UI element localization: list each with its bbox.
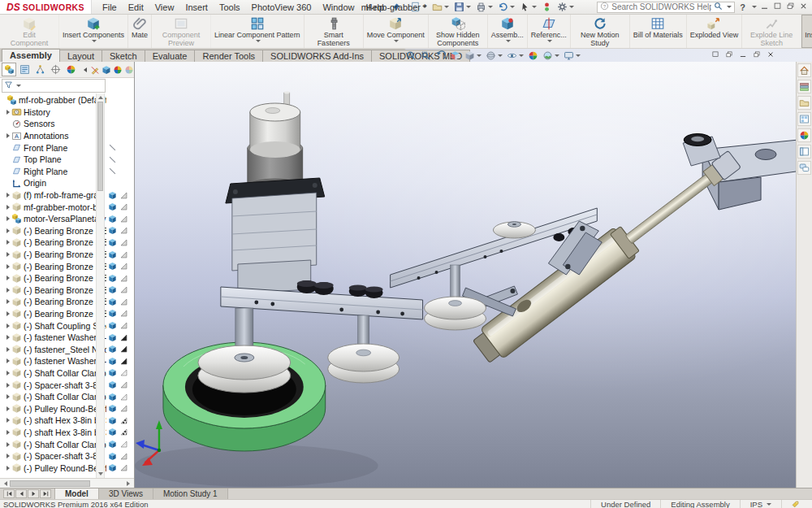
pin-icon[interactable]	[391, 2, 401, 12]
tree-item-bearing-bronze-3-8in-s[interactable]: (-) Bearing Bronze 3-8in s	[0, 284, 134, 297]
bill-of-materials-button[interactable]: Bill of Materials	[630, 15, 687, 48]
move-component-button[interactable]: Move Component	[364, 15, 429, 48]
save-icon[interactable]	[451, 1, 473, 14]
tree-item-history[interactable]: History	[0, 106, 134, 119]
edit-appearance-icon[interactable]	[525, 50, 540, 61]
expand-arrow-icon[interactable]	[6, 406, 10, 411]
scroll-left-arrow[interactable]	[4, 481, 7, 486]
print-icon[interactable]	[473, 1, 495, 14]
tree-item-f-mf-rob-frame-grab[interactable]: (f) mf-rob-frame-grab	[0, 189, 134, 202]
dropdown-caret[interactable]	[576, 54, 581, 57]
appearance-icon[interactable]	[119, 321, 128, 330]
expand-arrow-icon[interactable]	[6, 323, 10, 328]
tree-item-shaft-collar-clamping[interactable]: (-) Shaft Collar Clamping	[0, 367, 134, 380]
display-mode-icon[interactable]	[108, 238, 117, 247]
tree-item-fastener-washer-1-4in[interactable]: (-) fastener Washer 1-4in	[0, 332, 134, 344]
doc-cascade-icon[interactable]	[753, 50, 761, 60]
dropdown-caret[interactable]	[256, 40, 261, 42]
display-mode-icon[interactable]	[108, 440, 117, 449]
hidden-slash-icon[interactable]	[108, 143, 117, 152]
tree-item-right-plane[interactable]: Right Plane	[0, 166, 134, 178]
appearance-icon[interactable]	[119, 416, 128, 425]
prev-tab-icon[interactable]	[15, 489, 27, 498]
tree-item-annotations[interactable]: AAnnotations	[0, 130, 134, 142]
tp-props-icon[interactable]	[797, 145, 811, 158]
dropdown-caret[interactable]	[444, 6, 449, 8]
tree-item-top-plane[interactable]: Top Plane	[0, 154, 134, 166]
tree-item-origin[interactable]: Origin	[0, 177, 134, 189]
tab-assembly[interactable]: Assembly	[2, 49, 60, 62]
display-mode-icon[interactable]	[108, 333, 117, 342]
display-mode-icon[interactable]	[108, 226, 117, 235]
tree-item-shaft-collar-clamping[interactable]: (-) Shaft Collar Clamping	[0, 391, 134, 403]
scroll-right-arrow[interactable]	[127, 481, 130, 486]
display-mode-icon[interactable]	[108, 297, 117, 306]
search-input[interactable]	[611, 2, 711, 11]
appearance-icon[interactable]	[119, 297, 128, 306]
appearance-icon[interactable]	[119, 393, 128, 402]
display-mode-icon[interactable]	[108, 262, 117, 271]
tree-item-motor-versaplanetary-sin[interactable]: motor-VersaPlanetary Sin	[0, 213, 134, 225]
expand-arrow-icon[interactable]	[6, 430, 10, 435]
dropdown-caret[interactable]	[477, 54, 482, 57]
display-mode-icon[interactable]	[108, 368, 117, 377]
display-mode-icon[interactable]	[108, 321, 117, 330]
smart-fasteners-button[interactable]: Smart Fasteners	[304, 15, 364, 48]
select-arrow-icon[interactable]	[517, 1, 539, 14]
view-settings-icon[interactable]	[561, 50, 582, 61]
linear-component-pattern-button[interactable]: Linear Component Pattern	[211, 15, 304, 48]
menu-window[interactable]: Window	[317, 2, 360, 13]
tp-library-icon[interactable]	[797, 80, 811, 93]
tp-palette-icon[interactable]	[797, 112, 811, 126]
tree-item-bearing-bronze-3-8in-s[interactable]: (-) Bearing Bronze 3-8in s	[0, 296, 134, 308]
referenc-button[interactable]: Referenc...	[528, 15, 571, 48]
graphics-area[interactable]	[135, 62, 796, 488]
menu-edit[interactable]: Edit	[123, 2, 149, 13]
expand-arrow-icon[interactable]	[6, 276, 10, 280]
expand-arrow-icon[interactable]	[6, 335, 10, 340]
study-tab-3d-views[interactable]: 3D Views	[99, 488, 153, 499]
tree-item-front-plane[interactable]: Front Plane	[0, 141, 134, 154]
appearance-icon[interactable]	[119, 440, 128, 449]
tree-item-spacer-shaft-3-8in-by[interactable]: (-) Spacer-shaft 3-8in by	[0, 379, 134, 391]
appearance-icon[interactable]	[119, 380, 128, 389]
tag-icon[interactable]	[781, 500, 809, 508]
appearance-icon[interactable]	[119, 215, 128, 224]
expand-arrow-icon[interactable]	[6, 216, 10, 221]
display-mode-icon[interactable]	[108, 452, 117, 461]
menu-photoview-360[interactable]: PhotoView 360	[246, 2, 317, 13]
menu-view[interactable]: View	[149, 2, 180, 13]
tab-sketch[interactable]: Sketch	[102, 50, 145, 62]
help-button[interactable]: ?	[738, 2, 747, 12]
tree-horizontal-scrollbar[interactable]	[0, 478, 134, 488]
expand-arrow-icon[interactable]	[6, 240, 10, 245]
tp-home-icon[interactable]	[797, 63, 811, 77]
tab-solidworks-add-ins[interactable]: SOLIDWORKS Add-Ins	[262, 50, 372, 62]
expand-arrow-icon[interactable]	[6, 371, 10, 376]
fm-tree-tab[interactable]	[2, 63, 16, 76]
tree-item-shaft-hex-3-8in-by-sin[interactable]: (-) shaft Hex 3-8in by Sin	[0, 415, 134, 427]
section-view-icon[interactable]	[447, 50, 462, 61]
fm-display-tab[interactable]	[63, 63, 78, 76]
tree-filter-input[interactable]	[2, 79, 106, 93]
dropdown-caret[interactable]	[92, 40, 97, 42]
apply-scene-icon[interactable]	[540, 50, 561, 61]
tp-appearance-icon[interactable]	[797, 128, 811, 142]
appearance-icon[interactable]	[119, 191, 128, 200]
tab-layout[interactable]: Layout	[59, 50, 102, 62]
dropdown-caret[interactable]	[532, 6, 537, 8]
display-mode-icon[interactable]	[108, 250, 117, 259]
appearance-icon[interactable]	[119, 333, 128, 342]
dropdown-caret[interactable]	[506, 40, 511, 42]
display-mode-icon[interactable]	[108, 215, 117, 224]
tab-evaluate[interactable]: Evaluate	[145, 50, 196, 62]
fm-config-tab[interactable]	[32, 63, 47, 76]
scroll-down-arrow[interactable]	[98, 472, 103, 475]
doc-minimize2-icon[interactable]	[739, 50, 747, 60]
display-mode-icon[interactable]	[108, 463, 117, 472]
display-mode-icon[interactable]	[108, 274, 117, 283]
instant3d-button[interactable]: Instant3D	[801, 15, 812, 48]
idler-disc-pulley[interactable]	[493, 222, 535, 238]
display-mode-icon[interactable]	[108, 393, 117, 402]
dropdown-caret[interactable]	[394, 40, 399, 42]
